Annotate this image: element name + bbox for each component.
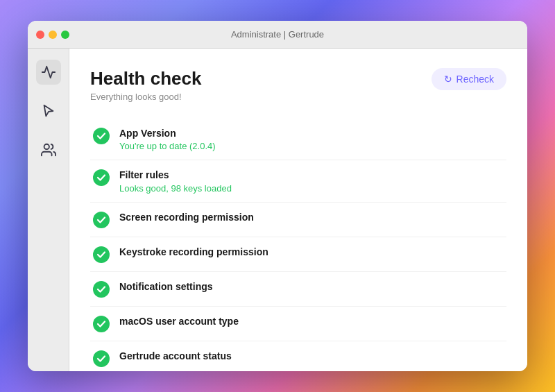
check-title: Screen recording permission <box>119 211 254 223</box>
checkmark-icon <box>96 284 106 294</box>
checkmark-icon <box>96 215 106 225</box>
page-title: Health check <box>90 68 201 90</box>
sidebar-item-users[interactable] <box>36 137 61 162</box>
checkmark-icon <box>96 131 106 141</box>
checkmark-icon <box>96 354 106 364</box>
check-success-icon <box>93 128 110 144</box>
checkmark-icon <box>96 173 106 182</box>
checkmark-icon <box>96 319 106 329</box>
checkmark-icon <box>96 250 106 259</box>
check-content: Filter rules Looks good, 98 keys loaded <box>119 169 232 193</box>
check-title: macOS user account type <box>119 315 239 327</box>
check-content: Screen recording permission <box>119 211 254 223</box>
check-title: Notification settings <box>119 280 213 293</box>
close-button[interactable] <box>36 31 44 39</box>
page-subtitle: Everything looks good! <box>90 92 201 102</box>
check-list: App Version You're up to date (2.0.4) Fi… <box>90 119 506 371</box>
page-title-section: Health check Everything looks good! <box>90 68 201 102</box>
check-item: Keystroke recording permission <box>90 237 506 272</box>
check-desc: Looks good, 98 keys loaded <box>119 183 232 194</box>
users-icon <box>41 142 56 157</box>
page-header: Health check Everything looks good! ↻ Re… <box>90 68 506 102</box>
check-desc: You're up to date (2.0.4) <box>119 141 216 151</box>
check-item: macOS user account type <box>90 307 506 341</box>
check-success-icon <box>93 212 110 228</box>
traffic-lights <box>36 31 69 39</box>
check-item: Filter rules Looks good, 98 keys loaded <box>90 160 506 202</box>
check-success-icon <box>93 246 110 263</box>
health-icon <box>41 65 56 80</box>
check-content: Gertrude account status <box>119 350 232 362</box>
maximize-button[interactable] <box>61 31 69 39</box>
check-title: App Version <box>119 127 216 139</box>
svg-point-0 <box>44 144 49 149</box>
check-success-icon <box>93 350 110 367</box>
check-content: Notification settings <box>119 280 213 293</box>
check-title: Keystroke recording permission <box>119 246 268 258</box>
app-window: Administrate | Gertrude <box>28 21 527 371</box>
titlebar-text: Administrate | Gertrude <box>231 29 324 40</box>
check-title: Filter rules <box>119 169 232 181</box>
recheck-icon: ↻ <box>444 74 452 85</box>
check-item: Screen recording permission <box>90 203 506 237</box>
check-success-icon <box>93 316 110 332</box>
check-item: App Version You're up to date (2.0.4) <box>90 119 506 160</box>
minimize-button[interactable] <box>49 31 57 39</box>
check-success-icon <box>93 281 110 298</box>
sidebar <box>28 49 69 371</box>
recheck-button[interactable]: ↻ Recheck <box>432 68 506 90</box>
titlebar: Administrate | Gertrude <box>28 21 527 49</box>
check-content: App Version You're up to date (2.0.4) <box>119 127 216 151</box>
check-title: Gertrude account status <box>119 350 232 362</box>
check-content: Keystroke recording permission <box>119 246 268 258</box>
main-panel: Health check Everything looks good! ↻ Re… <box>69 49 527 371</box>
cursor-icon <box>41 103 56 119</box>
content-area: Health check Everything looks good! ↻ Re… <box>28 49 527 371</box>
sidebar-item-health[interactable] <box>36 60 61 85</box>
check-success-icon <box>93 169 110 186</box>
recheck-label: Recheck <box>456 74 494 85</box>
check-content: macOS user account type <box>119 315 239 327</box>
sidebar-item-cursor[interactable] <box>36 99 61 123</box>
check-item: Notification settings <box>90 272 506 307</box>
check-item: Gertrude account status <box>90 341 506 371</box>
